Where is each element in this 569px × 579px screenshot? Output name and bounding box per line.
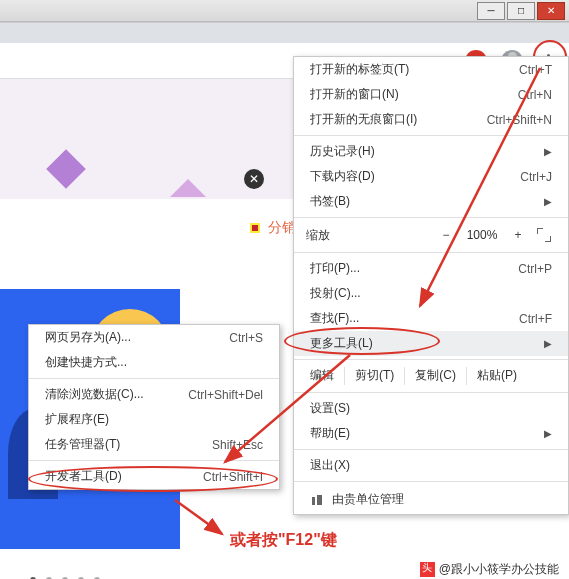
menu-incognito[interactable]: 打开新的无痕窗口(I)Ctrl+Shift+N (294, 107, 568, 132)
chrome-main-menu: 打开新的标签页(T)Ctrl+T 打开新的窗口(N)Ctrl+N 打开新的无痕窗… (293, 56, 569, 515)
menu-new-window[interactable]: 打开新的窗口(N)Ctrl+N (294, 82, 568, 107)
fullscreen-icon (537, 228, 551, 242)
menu-settings[interactable]: 设置(S) (294, 396, 568, 421)
copy-button[interactable]: 复制(C) (404, 367, 466, 385)
menu-print[interactable]: 打印(P)...Ctrl+P (294, 256, 568, 281)
watermark-text: @跟小小筱学办公技能 (439, 561, 559, 578)
submenu-clear-data[interactable]: 清除浏览数据(C)...Ctrl+Shift+Del (29, 382, 279, 407)
maximize-button[interactable]: □ (507, 2, 535, 20)
close-icon[interactable]: ✕ (244, 169, 264, 189)
chevron-right-icon: ▶ (544, 146, 552, 157)
window-titlebar: ─ □ ✕ (0, 0, 569, 22)
menu-downloads[interactable]: 下载内容(D)Ctrl+J (294, 164, 568, 189)
annotation-circle-moretools (284, 327, 440, 355)
edit-label: 编辑 (294, 367, 344, 385)
menu-edit-row: 编辑 剪切(T) 复制(C) 粘贴(P) (294, 363, 568, 389)
menu-bookmarks[interactable]: 书签(B)▶ (294, 189, 568, 214)
paste-button[interactable]: 粘贴(P) (466, 367, 527, 385)
menu-exit[interactable]: 退出(X) (294, 453, 568, 478)
submenu-task-mgr[interactable]: 任务管理器(T)Shift+Esc (29, 432, 279, 457)
close-window-button[interactable]: ✕ (537, 2, 565, 20)
menu-cast[interactable]: 投射(C)... (294, 281, 568, 306)
menu-managed[interactable]: 由贵单位管理 (294, 485, 568, 514)
menu-help[interactable]: 帮助(E)▶ (294, 421, 568, 446)
decoration-triangle (170, 161, 206, 197)
menu-new-tab[interactable]: 打开新的标签页(T)Ctrl+T (294, 57, 568, 82)
submenu-create-shortcut[interactable]: 创建快捷方式... (29, 350, 279, 375)
zoom-label: 缩放 (306, 227, 432, 244)
annotation-tip: 或者按"F12"键 (230, 530, 337, 551)
submenu-save-as[interactable]: 网页另存为(A)...Ctrl+S (29, 325, 279, 350)
menu-history[interactable]: 历史记录(H)▶ (294, 139, 568, 164)
toutiao-icon (420, 562, 435, 577)
chevron-right-icon: ▶ (544, 196, 552, 207)
zoom-out-button[interactable]: − (432, 228, 460, 242)
chevron-right-icon: ▶ (544, 338, 552, 349)
submenu-extensions[interactable]: 扩展程序(E) (29, 407, 279, 432)
building-icon (310, 493, 324, 507)
minimize-button[interactable]: ─ (477, 2, 505, 20)
zoom-percent: 100% (460, 228, 504, 242)
fullscreen-button[interactable] (532, 228, 556, 242)
decoration-diamond (46, 149, 86, 189)
zoom-in-button[interactable]: + (504, 228, 532, 242)
logo-icon (250, 223, 260, 233)
chevron-right-icon: ▶ (544, 428, 552, 439)
menu-zoom-row: 缩放 − 100% + (294, 221, 568, 249)
watermark: @跟小小筱学办公技能 (416, 560, 563, 579)
cut-button[interactable]: 剪切(T) (344, 367, 404, 385)
annotation-circle-devtools (28, 466, 278, 492)
tab-strip[interactable] (0, 23, 569, 43)
